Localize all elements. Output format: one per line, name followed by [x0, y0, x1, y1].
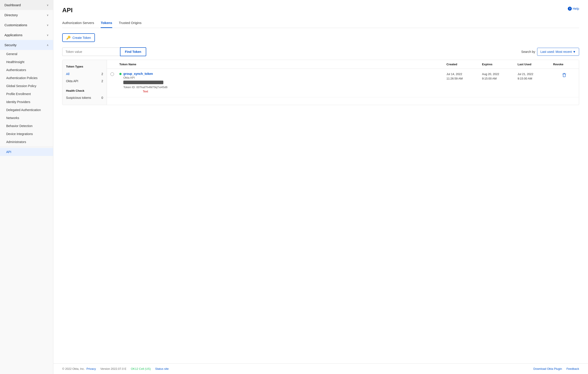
token-value-masked — [123, 81, 163, 84]
text-label: Text — [123, 89, 168, 94]
sidebar-sub-item-general[interactable]: General — [0, 50, 53, 58]
page-title: API — [62, 7, 73, 14]
token-types-panel: Token Types All 2 Okta API 2 Health Chec… — [63, 60, 107, 105]
token-types-title: Token Types — [63, 63, 107, 71]
search-input-group: Find Token — [62, 47, 146, 56]
footer-status-site-link[interactable]: Status site — [155, 367, 169, 370]
sidebar-sub-item-device-integrations[interactable]: Device Integrations — [0, 130, 53, 138]
sidebar-sub-item-behavior-detection[interactable]: Behavior Detection — [0, 122, 53, 130]
token-type-all[interactable]: All 2 — [63, 71, 107, 78]
sidebar-item-label: Security — [4, 43, 16, 47]
create-token-button[interactable]: 🔑 Create Token — [62, 33, 95, 42]
sidebar: Dashboard ∨ Directory ∨ Customizations ∨… — [0, 0, 53, 374]
expires-date: Aug 20, 20229:15:00 AM — [482, 72, 518, 81]
footer: © 2022 Okta, Inc. Privacy Version 2022.0… — [53, 363, 588, 374]
chevron-down-icon: ∨ — [47, 23, 49, 27]
revoke-cell — [553, 72, 575, 79]
sidebar-sub-item-healthinsight[interactable]: HealthInsight — [0, 58, 53, 66]
tab-authorization-servers[interactable]: Authorization Servers — [62, 18, 94, 28]
footer-right: Download Okta Plugin Feedback — [533, 367, 579, 370]
main-content-area: API ? Help Authorization Servers Tokens … — [53, 0, 588, 374]
sidebar-sub-item-administrators[interactable]: Administrators — [0, 138, 53, 146]
search-by-dropdown[interactable]: Last used: Most recent ▼ — [537, 48, 579, 56]
created-date: Jul 14, 202211:26:59 AM — [446, 72, 482, 81]
key-icon: 🔑 — [66, 36, 71, 40]
sidebar-divider — [0, 147, 53, 147]
page-header: API ? Help — [62, 7, 579, 14]
footer-privacy-link[interactable]: Privacy — [86, 367, 96, 370]
sidebar-item-directory[interactable]: Directory ∨ — [0, 10, 53, 20]
search-by-label: Search by — [521, 50, 535, 53]
footer-feedback-link[interactable]: Feedback — [567, 367, 579, 370]
tokens-table: Token Name Created Expires Last Used Rev… — [107, 60, 579, 105]
table-row: group_synch_token Okta API Token ID: 00T… — [107, 69, 579, 97]
tokens-table-container: Token Types All 2 Okta API 2 Health Chec… — [62, 60, 579, 105]
help-link[interactable]: ? Help — [568, 7, 579, 11]
sidebar-sub-item-authentication-policies[interactable]: Authentication Policies — [0, 74, 53, 82]
footer-download-plugin-link[interactable]: Download Okta Plugin — [533, 367, 562, 370]
sidebar-item-dashboard[interactable]: Dashboard ∨ — [0, 0, 53, 10]
revoke-button[interactable] — [561, 72, 567, 79]
find-token-button[interactable]: Find Token — [120, 47, 146, 56]
token-type-suspicious[interactable]: Suspicious tokens 0 — [63, 94, 107, 101]
token-name-cell: group_synch_token Okta API Token ID: 00T… — [119, 72, 446, 94]
table-layout: Token Types All 2 Okta API 2 Health Chec… — [63, 60, 579, 105]
col-header-last-used: Last Used — [518, 63, 553, 66]
last-used-date: Jul 21, 20229:15:00 AM — [518, 72, 553, 81]
help-label: Help — [573, 7, 579, 10]
chevron-down-icon: ∨ — [47, 4, 49, 7]
sidebar-item-api[interactable]: API — [0, 148, 53, 156]
token-type-badge: Okta API — [123, 76, 168, 79]
sidebar-item-label: Customizations — [4, 23, 27, 27]
col-header-token-name: Token Name — [119, 63, 446, 66]
sidebar-sub-item-delegated-authentication[interactable]: Delegated Authentication — [0, 106, 53, 114]
footer-cell: OK12 Cell (US) — [131, 367, 151, 370]
search-controls: Find Token Search by Last used: Most rec… — [62, 47, 579, 56]
sidebar-item-applications[interactable]: Applications ∨ — [0, 30, 53, 40]
col-header-created: Created — [446, 63, 482, 66]
chevron-down-icon: ∨ — [47, 14, 49, 17]
help-icon: ? — [568, 7, 572, 11]
footer-copyright: © 2022 Okta, Inc. Privacy — [62, 367, 96, 370]
sidebar-item-label: Applications — [4, 33, 22, 37]
token-id: Token ID: 00Tkaf7h4M79qTxi45d6 — [123, 85, 168, 89]
tab-trusted-origins[interactable]: Trusted Origins — [119, 18, 142, 28]
sidebar-sub-item-networks[interactable]: Networks — [0, 114, 53, 122]
footer-version: Version 2022.07.0 E — [100, 367, 126, 370]
token-name-label[interactable]: group_synch_token — [123, 72, 153, 76]
sidebar-item-label: Dashboard — [4, 3, 21, 7]
sidebar-item-security[interactable]: Security ∧ — [0, 40, 53, 50]
chevron-up-icon: ∧ — [47, 43, 49, 47]
sidebar-item-label: Directory — [4, 13, 18, 17]
token-type-okta-api[interactable]: Okta API 2 — [63, 78, 107, 85]
footer-left: © 2022 Okta, Inc. Privacy Version 2022.0… — [62, 367, 169, 370]
sidebar-sub-item-identity-providers[interactable]: Identity Providers — [0, 98, 53, 106]
sidebar-sub-item-authenticators[interactable]: Authenticators — [0, 66, 53, 74]
search-by-group: Search by Last used: Most recent ▼ — [521, 48, 579, 56]
row-radio-cell[interactable] — [110, 72, 119, 76]
sidebar-item-customizations[interactable]: Customizations ∨ — [0, 20, 53, 30]
sidebar-sub-item-global-session-policy[interactable]: Global Session Policy — [0, 82, 53, 90]
sidebar-sub-item-profile-enrollment[interactable]: Profile Enrollment — [0, 90, 53, 98]
status-dot-active — [119, 73, 122, 75]
tabs-container: Authorization Servers Tokens Trusted Ori… — [62, 18, 579, 28]
col-header-expires: Expires — [482, 63, 518, 66]
chevron-down-icon: ∨ — [47, 33, 49, 37]
health-check-title: Health Check — [63, 86, 107, 94]
token-value-input[interactable] — [62, 48, 120, 56]
col-header-revoke: Revoke — [553, 63, 575, 66]
tab-tokens[interactable]: Tokens — [101, 18, 112, 28]
token-radio-button[interactable] — [110, 72, 114, 76]
col-header-select — [110, 63, 119, 66]
create-token-label: Create Token — [73, 36, 91, 40]
table-header: Token Name Created Expires Last Used Rev… — [107, 60, 579, 69]
